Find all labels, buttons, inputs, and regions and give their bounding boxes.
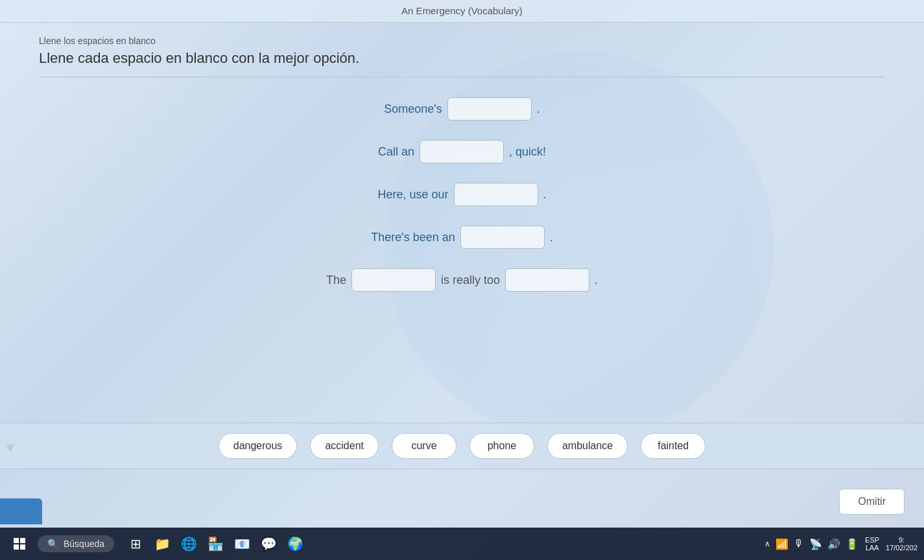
search-icon: 🔍 (47, 539, 58, 549)
taskbar-network: 📶 (776, 538, 788, 550)
page-title: An Emergency (Vocabulary) (401, 5, 523, 16)
svg-rect-3 (20, 544, 25, 550)
taskbar-search[interactable]: 🔍 Búsqueda (38, 535, 114, 552)
sentence-1-before: Someone's (384, 102, 442, 116)
taskbar-app-store[interactable]: 🏪 (204, 532, 227, 555)
sentence-3-before: Here, use our (377, 188, 448, 202)
taskbar-app-mail[interactable]: 📧 (230, 532, 254, 555)
word-bank: dangerous accident curve phone ambulance… (0, 423, 924, 469)
taskbar-datetime: 9: 17/02/202 (886, 536, 918, 552)
taskbar-language: ESP LAA (865, 536, 879, 552)
exercise-area: Someone's . Call an , quick! Here, use o… (39, 97, 885, 292)
instruction-main: Llene cada espacio en blanco con la mejo… (39, 50, 885, 78)
bottom-bar: Omitir (839, 489, 905, 515)
start-button[interactable] (6, 531, 32, 557)
sentence-4-after: . (550, 231, 553, 244)
sentence-3-after: . (543, 188, 547, 202)
search-label: Búsqueda (64, 539, 104, 549)
svg-rect-0 (14, 538, 19, 543)
sentence-row-5: The is really too . (326, 268, 598, 292)
sentence-2-after: , quick! (509, 145, 546, 159)
instruction-label: Llene los espacios en blanco (39, 36, 885, 46)
taskbar-app-edge[interactable]: 🌐 (177, 532, 200, 555)
taskbar-date-value: 17/02/202 (886, 544, 918, 552)
taskbar-right: ∧ 📶 🎙 📡 🔊 🔋 ESP LAA 9: 17/02/202 (764, 536, 918, 552)
taskbar-wifi: 📡 (809, 538, 822, 550)
taskbar-app-folder[interactable]: 📁 (150, 532, 174, 555)
taskbar-chevron[interactable]: ∧ (764, 539, 770, 548)
sentence-2-before: Call an (378, 145, 414, 159)
taskbar-apps: ⊞ 📁 🌐 🏪 📧 💬 🌍 (124, 532, 307, 555)
taskbar-mic: 🎙 (794, 538, 804, 550)
svg-rect-1 (20, 538, 25, 543)
taskbar-lang-line1: ESP (865, 536, 879, 544)
blank-2[interactable] (420, 140, 504, 163)
taskbar-battery: 🔋 (846, 538, 859, 550)
taskbar-app-windows[interactable]: ⊞ (124, 532, 147, 555)
blank-1[interactable] (447, 97, 532, 121)
word-chip-fainted[interactable]: fainted (641, 433, 705, 459)
blank-4[interactable] (460, 226, 545, 249)
bottom-left-accent (0, 498, 42, 524)
sentence-5-the: The (326, 274, 346, 287)
taskbar-app-teams[interactable]: 💬 (257, 532, 280, 555)
sentence-1-after: . (537, 102, 540, 116)
taskbar-app-chrome[interactable]: 🌍 (283, 532, 307, 555)
sentence-row-3: Here, use our . (377, 183, 546, 206)
top-bar: An Emergency (Vocabulary) (0, 0, 924, 23)
taskbar-volume: 🔊 (827, 538, 840, 550)
blank-3[interactable] (454, 183, 538, 206)
sentence-4-before: There's been an (371, 231, 455, 244)
sentence-5-after: . (595, 274, 598, 287)
sentence-row-1: Someone's . (384, 97, 540, 121)
taskbar-time-value: 9: (899, 536, 905, 544)
sentence-5-middle: is really too (441, 274, 500, 287)
taskbar-system-icons: ∧ 📶 🎙 📡 🔊 🔋 (764, 538, 859, 550)
sentence-row-4: There's been an . (371, 226, 553, 249)
word-chip-accident[interactable]: accident (310, 433, 379, 459)
main-content: Llene los espacios en blanco Llene cada … (0, 23, 924, 305)
blank-5a[interactable] (351, 268, 436, 292)
taskbar-lang-line2: LAA (866, 544, 879, 552)
word-chip-curve[interactable]: curve (392, 433, 456, 459)
blank-5b[interactable] (505, 268, 589, 292)
svg-rect-2 (14, 544, 19, 550)
sentence-row-2: Call an , quick! (378, 140, 546, 163)
omitir-button[interactable]: Omitir (839, 489, 905, 515)
word-chip-phone[interactable]: phone (469, 433, 534, 459)
word-chip-dangerous[interactable]: dangerous (219, 433, 298, 459)
word-chip-ambulance[interactable]: ambulance (547, 433, 628, 459)
taskbar: 🔍 Búsqueda ⊞ 📁 🌐 🏪 📧 💬 🌍 ∧ 📶 🎙 📡 🔊 🔋 ESP… (0, 528, 924, 560)
